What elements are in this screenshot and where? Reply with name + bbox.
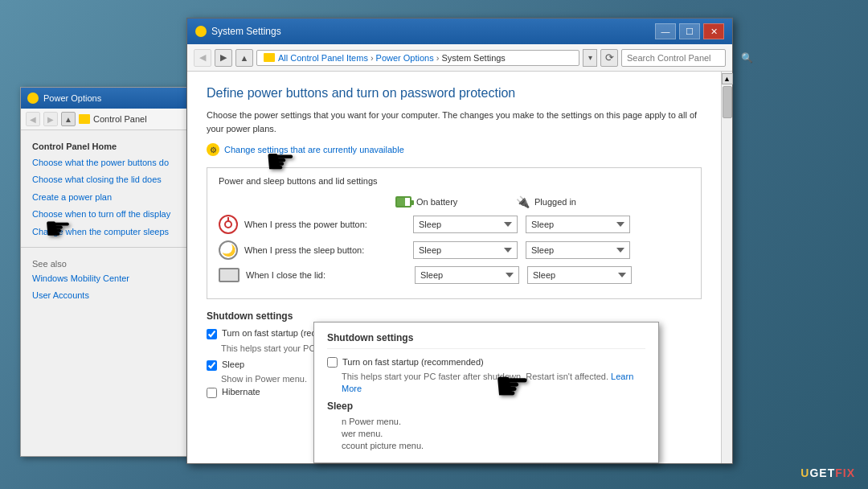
popup-fast-startup-checkbox[interactable] xyxy=(327,357,338,368)
forward-button[interactable]: ▶ xyxy=(43,112,58,126)
scrollbar: ▲ xyxy=(721,72,732,463)
hibernate-label: Hibernate xyxy=(222,387,260,397)
sidebar-control-panel-home[interactable]: Control Panel Home xyxy=(21,137,192,154)
breadcrumb-text: All Control Panel Items › Power Options … xyxy=(278,53,506,63)
power-button-icon xyxy=(219,215,238,234)
watermark-get: GET xyxy=(809,466,835,479)
search-icon[interactable]: 🔍 xyxy=(741,52,753,64)
folder-icon xyxy=(79,114,90,124)
sleep-button-row: 🌙 When I press the sleep button: Sleep D… xyxy=(219,240,690,260)
change-settings-link-text[interactable]: Change settings that are currently unava… xyxy=(224,145,404,154)
page-title: Define power buttons and turn on passwor… xyxy=(207,86,702,101)
popup-fast-startup-label: Turn on fast startup (recommended) xyxy=(342,357,484,367)
refresh-button[interactable]: ⟳ xyxy=(600,49,618,67)
up-button[interactable]: ▲ xyxy=(61,112,76,126)
popup-menu-items: n Power menu. wer menu. ccount picture m… xyxy=(342,417,645,450)
shutdown-title: Shutdown settings xyxy=(207,310,702,322)
hibernate-checkbox[interactable] xyxy=(207,388,217,398)
popup-title: Shutdown settings xyxy=(327,332,645,349)
battery-icon xyxy=(395,196,411,208)
breadcrumb-current: System Settings xyxy=(441,53,505,63)
breadcrumb-root[interactable]: All Control Panel Items xyxy=(278,53,368,63)
plug-icon: 🔌 xyxy=(516,195,530,208)
power-options-title: Power Options xyxy=(43,93,101,103)
col-battery-label: On battery xyxy=(416,197,457,207)
sleep-label: Sleep xyxy=(222,360,244,369)
lid-plugged-select[interactable]: Sleep Do nothing Hibernate Shut down xyxy=(527,266,632,284)
sidebar-link-lid[interactable]: Choose what closing the lid does xyxy=(21,171,192,188)
section-legend: Power and sleep buttons and lid settings xyxy=(219,176,690,186)
power-options-sidebar: Control Panel Home Choose what the power… xyxy=(21,130,192,311)
column-headers: On battery 🔌 Plugged in xyxy=(219,195,690,208)
sidebar-link-mobility[interactable]: Windows Mobility Center xyxy=(21,270,192,287)
ss-back-button[interactable]: ◀ xyxy=(194,49,211,67)
ss-title-left: System Settings xyxy=(195,26,281,37)
lid-battery-select[interactable]: Sleep Do nothing Hibernate Shut down xyxy=(415,266,519,284)
sleep-button-dropdowns: Sleep Do nothing Hibernate Shut down Sle… xyxy=(413,241,630,259)
sidebar-link-display[interactable]: Choose when to turn off the display xyxy=(21,206,192,223)
watermark-fix: FIX xyxy=(835,466,855,479)
sleep-checkbox[interactable] xyxy=(207,360,217,371)
col-on-battery: On battery xyxy=(395,196,508,208)
power-options-icon xyxy=(27,92,39,104)
breadcrumb-sep1: › xyxy=(371,53,374,63)
lid-row: When I close the lid: Sleep Do nothing H… xyxy=(219,266,690,284)
breadcrumb-folder-icon xyxy=(264,53,275,62)
col-plugged-label: Plugged in xyxy=(534,197,576,207)
lid-dropdowns: Sleep Do nothing Hibernate Shut down Sle… xyxy=(415,266,632,284)
page-description: Choose the power settings that you want … xyxy=(207,109,702,135)
ss-title-controls: — ☐ ✕ xyxy=(655,23,724,39)
sidebar-link-sleep[interactable]: Change when the computer sleeps xyxy=(21,224,192,240)
power-options-titlebar: Power Options xyxy=(21,88,192,109)
shutdown-popup: Shutdown settings Turn on fast startup (… xyxy=(313,322,659,463)
popup-menu-item-3: ccount picture menu. xyxy=(342,441,645,450)
maximize-button[interactable]: ☐ xyxy=(679,23,700,39)
sleep-button-icon: 🌙 xyxy=(219,240,238,260)
sidebar-link-accounts[interactable]: User Accounts xyxy=(21,287,192,304)
breadcrumb-dropdown[interactable]: ▾ xyxy=(583,49,597,67)
watermark: UGETFIX xyxy=(800,466,855,479)
change-settings-link: ⚙ Change settings that are currently una… xyxy=(207,143,702,156)
power-button-battery-select[interactable]: Sleep Do nothing Hibernate Shut down xyxy=(413,216,518,233)
po-breadcrumb: Control Panel xyxy=(79,114,147,124)
col-plugged-in: 🔌 Plugged in xyxy=(516,195,628,208)
see-also-label: See also xyxy=(21,254,192,270)
sleep-button-label: When I press the sleep button: xyxy=(244,245,405,255)
ss-nav-bar: ◀ ▶ ▲ All Control Panel Items › Power Op… xyxy=(187,44,732,72)
power-options-window: Power Options ◀ ▶ ▲ Control Panel Contro… xyxy=(20,87,193,457)
close-button[interactable]: ✕ xyxy=(703,23,724,39)
sidebar-link-create-plan[interactable]: Create a power plan xyxy=(21,189,192,206)
sleep-button-plugged-select[interactable]: Sleep Do nothing Hibernate Shut down xyxy=(526,241,630,259)
search-input[interactable] xyxy=(627,53,738,63)
system-settings-titlebar: System Settings — ☐ ✕ xyxy=(187,18,732,44)
ss-up-button[interactable]: ▲ xyxy=(235,49,253,67)
popup-sleep-heading: Sleep xyxy=(327,401,645,412)
power-button-row: When I press the power button: Sleep Do … xyxy=(219,215,690,234)
minimize-button[interactable]: — xyxy=(655,23,676,39)
power-button-dropdowns: Sleep Do nothing Hibernate Shut down Sle… xyxy=(413,216,630,233)
shield-icon: ⚙ xyxy=(207,143,219,156)
sidebar-divider xyxy=(21,247,192,248)
sidebar-link-power-buttons[interactable]: Choose what the power buttons do xyxy=(21,154,192,171)
breadcrumb-sep2: › xyxy=(436,53,440,63)
popup-menu-item-2: wer menu. xyxy=(342,429,645,438)
power-button-plugged-select[interactable]: Sleep Do nothing Hibernate Shut down xyxy=(526,216,630,233)
power-button-label: When I press the power button: xyxy=(244,220,405,229)
popup-menu-item-1: n Power menu. xyxy=(342,417,645,426)
scrollbar-up-arrow[interactable]: ▲ xyxy=(722,73,733,84)
power-options-nav: ◀ ▶ ▲ Control Panel xyxy=(21,109,192,130)
watermark-u: U xyxy=(800,466,809,479)
breadcrumb-parent[interactable]: Power Options xyxy=(376,53,434,63)
power-inner-icon xyxy=(224,220,232,228)
popup-fast-startup-row: Turn on fast startup (recommended) xyxy=(327,357,645,368)
fast-startup-checkbox[interactable] xyxy=(207,329,217,339)
scrollbar-thumb[interactable] xyxy=(723,86,732,118)
popup-fast-startup-desc: This helps start your PC faster after sh… xyxy=(342,371,645,396)
lid-label: When I close the lid: xyxy=(246,270,407,280)
breadcrumb-bar: All Control Panel Items › Power Options … xyxy=(256,50,579,66)
po-breadcrumb-text: Control Panel xyxy=(93,114,147,124)
search-bar: 🔍 xyxy=(621,49,726,67)
back-button[interactable]: ◀ xyxy=(26,112,40,126)
sleep-button-battery-select[interactable]: Sleep Do nothing Hibernate Shut down xyxy=(413,241,518,259)
ss-forward-button[interactable]: ▶ xyxy=(215,49,232,67)
